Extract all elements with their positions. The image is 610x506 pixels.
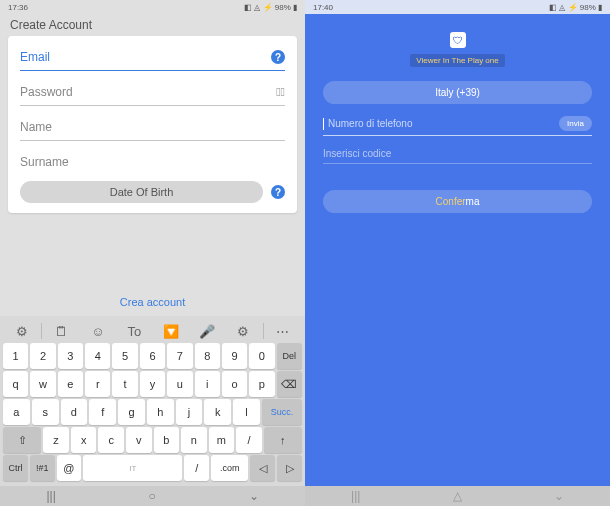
kb-row-3: a s d f g h j k l Succ. [3,399,302,425]
key-2[interactable]: 2 [30,343,55,369]
key-h[interactable]: h [147,399,174,425]
key-backspace[interactable]: ⌫ [277,371,302,397]
kb-tool-emoji[interactable]: ☺ [81,324,115,339]
nav-recent[interactable]: ||| [351,489,360,503]
key-ctrl[interactable]: Ctrl [3,455,28,481]
key-k[interactable]: k [204,399,231,425]
name-row[interactable]: Name [20,116,285,141]
key-q[interactable]: q [3,371,28,397]
key-d[interactable]: d [61,399,88,425]
key-a[interactable]: a [3,399,30,425]
status-right: ◧ ◬ ⚡ 98% ▮ [244,3,297,12]
kb-tool-more[interactable]: ⋯ [266,324,300,339]
key-i[interactable]: i [195,371,220,397]
nav-recent[interactable]: ||| [46,489,55,503]
key-x[interactable]: x [71,427,97,453]
key-right[interactable]: ▷ [277,455,302,481]
key-4[interactable]: 4 [85,343,110,369]
key-v[interactable]: v [126,427,152,453]
name-field[interactable]: Name [20,120,285,134]
key-1[interactable]: 1 [3,343,28,369]
key-shift[interactable]: ⇧ [3,427,41,453]
kb-tool-dropdown[interactable]: 🔽 [154,324,188,339]
status-bar: 17:36 ◧ ◬ ⚡ 98% ▮ [0,0,305,14]
dob-row: Date Of Birth ? [20,181,285,203]
status-bar: 17:40 ◧ ◬ ⚡ 98% ▮ [305,0,610,14]
status-time: 17:40 [313,3,333,12]
eye-icon[interactable]: 👁⃠ [276,85,285,99]
kb-tool-mic[interactable]: 🎤 [190,324,224,339]
key-l[interactable]: l [233,399,260,425]
surname-field[interactable]: Surname [20,155,285,169]
nav-home[interactable]: ○ [149,489,156,503]
key-slash2[interactable]: / [184,455,209,481]
key-left[interactable]: ◁ [250,455,275,481]
key-7[interactable]: 7 [167,343,192,369]
key-y[interactable]: y [140,371,165,397]
kb-toolbar: ⚙ 🗒 ☺ To 🔽 🎤 ⚙ ⋯ [3,319,302,343]
key-r[interactable]: r [85,371,110,397]
key-del[interactable]: Del [277,343,302,369]
nav-home[interactable]: △ [453,489,462,503]
screen-phone-verify: 17:40 ◧ ◬ ⚡ 98% ▮ 🛡 Viewer In The Play o… [305,0,610,506]
key-5[interactable]: 5 [112,343,137,369]
key-6[interactable]: 6 [140,343,165,369]
key-o[interactable]: o [222,371,247,397]
key-space[interactable]: IT [83,455,182,481]
kb-tool-to[interactable]: To [117,324,151,339]
surname-row[interactable]: Surname [20,151,285,175]
key-s[interactable]: s [32,399,59,425]
create-account-link[interactable]: Crea account [0,288,305,316]
country-selector[interactable]: Italy (+39) [323,81,592,104]
nav-back[interactable]: ⌄ [554,489,564,503]
kb-tool-gear[interactable]: ⚙ [226,324,260,339]
keyboard: ⚙ 🗒 ☺ To 🔽 🎤 ⚙ ⋯ 1 2 3 4 5 6 7 8 9 0 Del… [0,316,305,486]
kb-row-1: 1 2 3 4 5 6 7 8 9 0 Del [3,343,302,369]
key-b[interactable]: b [154,427,180,453]
info-icon[interactable]: ? [271,185,285,199]
confirm-button[interactable]: Conferma [323,190,592,213]
phone-row[interactable]: Invia [323,116,592,136]
key-e[interactable]: e [58,371,83,397]
key-symbols[interactable]: !#1 [30,455,55,481]
key-c[interactable]: c [98,427,124,453]
key-slash[interactable]: / [236,427,262,453]
nav-bar: ||| △ ⌄ [305,486,610,506]
key-0[interactable]: 0 [249,343,274,369]
key-u[interactable]: u [167,371,192,397]
send-button[interactable]: Invia [559,116,592,131]
key-m[interactable]: m [209,427,235,453]
key-3[interactable]: 3 [58,343,83,369]
key-w[interactable]: w [30,371,55,397]
dob-button[interactable]: Date Of Birth [20,181,263,203]
email-row[interactable]: Email ? [20,46,285,71]
key-dotcom[interactable]: .com [211,455,248,481]
info-icon[interactable]: ? [271,50,285,64]
key-t[interactable]: t [112,371,137,397]
kb-tool-settings[interactable]: ⚙ [5,324,39,339]
kb-row-4: ⇧ z x c v b n m / ↑ [3,427,302,453]
code-input[interactable]: Inserisci codice [323,148,592,164]
email-field[interactable]: Email [20,50,271,64]
key-p[interactable]: p [249,371,274,397]
phone-input[interactable] [328,118,559,129]
nav-bar: ||| ○ ⌄ [0,486,305,506]
key-8[interactable]: 8 [195,343,220,369]
password-field[interactable]: Password [20,85,276,99]
key-z[interactable]: z [43,427,69,453]
key-up[interactable]: ↑ [264,427,302,453]
shield-icon: 🛡 [450,32,466,48]
key-9[interactable]: 9 [222,343,247,369]
screen-create-account: 17:36 ◧ ◬ ⚡ 98% ▮ Create Account Email ?… [0,0,305,506]
key-n[interactable]: n [181,427,207,453]
kb-row-5: Ctrl !#1 @ IT / .com ◁ ▷ [3,455,302,481]
key-j[interactable]: j [176,399,203,425]
password-row[interactable]: Password 👁⃠ [20,81,285,106]
nav-back[interactable]: ⌄ [249,489,259,503]
key-g[interactable]: g [118,399,145,425]
key-at[interactable]: @ [57,455,82,481]
kb-tool-clipboard[interactable]: 🗒 [44,324,78,339]
status-right: ◧ ◬ ⚡ 98% ▮ [549,3,602,12]
key-next[interactable]: Succ. [262,399,302,425]
key-f[interactable]: f [89,399,116,425]
